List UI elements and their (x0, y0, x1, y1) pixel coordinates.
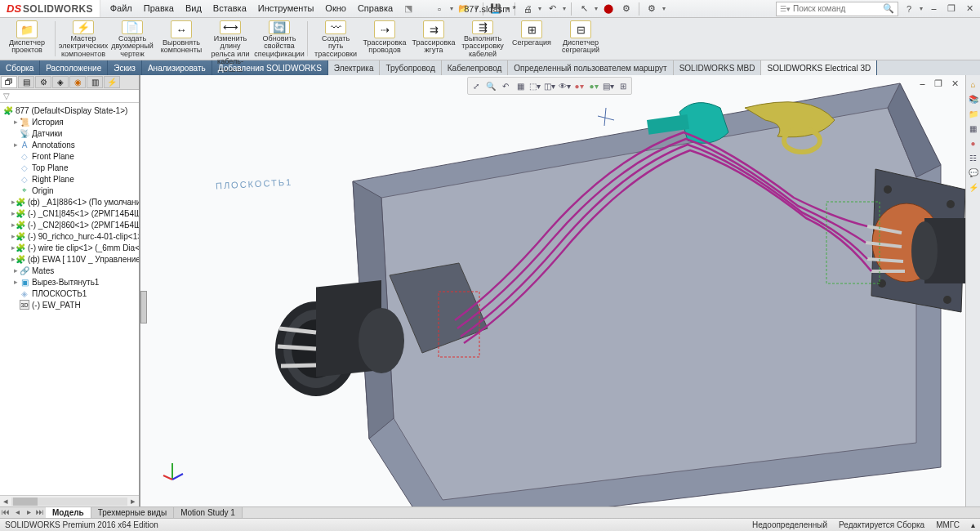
resources-icon[interactable]: ⌂ (968, 80, 979, 91)
rebuild-button[interactable]: ⬤ (601, 2, 616, 16)
scroll-left-icon[interactable]: ◂ (0, 496, 11, 506)
select-button[interactable]: ↖ (577, 2, 591, 16)
appearances-icon[interactable]: ● (968, 139, 979, 150)
print-button[interactable]: 🖨 (520, 2, 535, 16)
design-lib-icon[interactable]: 📚 (968, 95, 979, 106)
command-search[interactable]: ☰▾ 🔍 (776, 2, 898, 16)
tab-display[interactable]: ◉ (69, 76, 86, 88)
doc-minimize[interactable]: ‒ (915, 77, 929, 90)
menu-help[interactable]: Справка (353, 2, 398, 16)
ribbon-update-bom[interactable]: 🔄Обновить свойства спецификации (256, 20, 303, 58)
tree-item[interactable]: ▸📜История (0, 116, 139, 127)
tab-sketch[interactable]: Эскиз (108, 60, 142, 75)
feature-tree[interactable]: 🧩877 (Default<Display State-1>) ▸📜Истори… (0, 103, 139, 495)
tree-item[interactable]: ◇Front Plane (0, 150, 139, 162)
menu-view[interactable]: Вид (180, 2, 207, 16)
tab-piping[interactable]: Трубопровод (380, 60, 441, 75)
appearance-icon[interactable]: ●▾ (572, 79, 586, 92)
options-button[interactable]: ⚙ (619, 2, 634, 16)
tab-electrical-3d[interactable]: SOLIDWORKS Electrical 3D (761, 60, 877, 75)
tab-dimxpert[interactable]: ◈ (52, 76, 69, 88)
ribbon-rail-length[interactable]: ⟷Изменить длину рельса или кабель-канала (207, 20, 254, 58)
tab-electrical[interactable]: ⚡ (104, 76, 120, 88)
zoom-area-icon[interactable]: 🔍 (484, 79, 497, 92)
tab-model[interactable]: Модель (46, 507, 91, 518)
display-style-icon[interactable]: ◫▾ (543, 79, 556, 92)
ribbon-route-wires[interactable]: ⇢Трассировка проводов (361, 20, 408, 58)
restore-button[interactable]: ❐ (944, 2, 959, 16)
tab-drawing[interactable]: ▥ (87, 76, 103, 88)
menu-window[interactable]: Окно (320, 2, 351, 16)
tree-item[interactable]: ▸🧩(-) wire tie clip<1> (_6mm Dia<<_6m (0, 242, 139, 253)
menu-file[interactable]: Файл (105, 2, 137, 16)
tree-item[interactable]: ▸AAnnotations (0, 139, 139, 150)
ribbon-create-2d[interactable]: 📄Создать двухмерный чертеж (109, 20, 156, 58)
tree-item[interactable]: ◈ПЛОСКОСТЬ1 (0, 288, 139, 299)
doc-close[interactable]: ✕ (947, 77, 962, 90)
scene-icon[interactable]: ●▾ (587, 79, 600, 92)
minimize-button[interactable]: ‒ (926, 2, 941, 16)
tab-property[interactable]: ▤ (18, 76, 34, 88)
tab-nav-prev[interactable]: ◂ (11, 507, 23, 518)
search-icon[interactable]: 🔍 (883, 3, 894, 14)
tab-electrical[interactable]: Электрика (328, 60, 381, 75)
hide-show-icon[interactable]: 👁▾ (558, 79, 571, 92)
tab-nav-first[interactable]: ⏮ (0, 507, 11, 518)
scroll-right-icon[interactable]: ▸ (127, 496, 139, 506)
tab-tubing[interactable]: Кабелепровод (442, 60, 509, 75)
tab-user-route[interactable]: Определенный пользователем маршрут (508, 60, 673, 75)
ribbon-electrical-wizard[interactable]: ⚡Мастер электрических компонентов (60, 20, 107, 58)
tab-config[interactable]: ⚙ (35, 76, 51, 88)
tab-layout[interactable]: Расположение (40, 60, 108, 75)
tree-item[interactable]: ▸🔗Mates (0, 265, 139, 276)
tab-assembly[interactable]: Сборка (0, 60, 40, 75)
forum-icon[interactable]: 💬 (968, 168, 979, 180)
menu-edit[interactable]: Правка (139, 2, 179, 16)
help-button[interactable]: ? (902, 2, 916, 16)
menu-pin-icon[interactable]: ⬔ (399, 2, 417, 16)
tree-item[interactable]: ⌖Origin (0, 185, 139, 196)
tab-mbd[interactable]: SOLIDWORKS MBD (674, 60, 762, 75)
tab-evaluate[interactable]: Анализировать (142, 60, 212, 75)
tree-filter[interactable]: ▽ (0, 90, 139, 103)
tree-item[interactable]: ▸🧩(-) 90_richco_hurc-4-01-clip<1> (2-01 (0, 230, 139, 242)
custom-props-icon[interactable]: ☷ (968, 154, 979, 165)
tree-item[interactable]: ▸🧩(ф) EWA [ 110V _ Управление]17<2 (0, 253, 139, 265)
new-doc-button[interactable]: ▫ (432, 2, 447, 16)
tree-item[interactable]: 3D(-) EW_PATH (0, 299, 139, 310)
view-orient-icon[interactable]: ⬚▾ (528, 79, 541, 92)
prev-view-icon[interactable]: ↶ (499, 79, 512, 92)
tab-nav-next[interactable]: ▸ (23, 507, 34, 518)
tab-addins[interactable]: Добавления SOLIDWORKS (212, 60, 328, 75)
ribbon-segregation-manager[interactable]: ⊟Диспетчер сегрегаций (557, 20, 604, 58)
electrical-icon[interactable]: ⚡ (968, 183, 979, 194)
tree-item[interactable]: 📡Датчики (0, 127, 139, 139)
section-icon[interactable]: ▦ (514, 79, 527, 92)
doc-restore[interactable]: ❐ (931, 77, 946, 90)
view-triad[interactable] (160, 459, 185, 484)
file-explorer-icon[interactable]: 📁 (968, 109, 979, 121)
tab-nav-last[interactable]: ⏭ (34, 507, 46, 518)
ribbon-segregation[interactable]: ⊞Сегрегация (508, 20, 555, 58)
ribbon-route-path[interactable]: 〰Создать путь трассировки (312, 20, 359, 58)
undo-button[interactable]: ↶ (545, 2, 559, 16)
ribbon-align[interactable]: ↔Выровнять компоненты (158, 20, 205, 58)
status-units[interactable]: ММГС (936, 520, 960, 529)
tree-item[interactable]: ◇Right Plane (0, 173, 139, 185)
tab-motion-study[interactable]: Motion Study 1 (174, 507, 243, 518)
tree-item[interactable]: ▸🧩(-) _CN2|860<1> (2РМГ14Б4Ш1Е1<< (0, 219, 139, 230)
status-customize-icon[interactable]: ▴ (971, 520, 975, 529)
ribbon-project-manager[interactable]: 📁Диспетчер проектов (3, 20, 51, 58)
close-button[interactable]: ✕ (962, 2, 977, 16)
tree-item[interactable]: ▸🧩(ф) _A1|886<1> (По умолчанию<<П (0, 196, 139, 207)
zoom-fit-icon[interactable]: ⤢ (470, 79, 483, 92)
panel-scrollbar[interactable]: ◂ ▸ (0, 495, 139, 506)
graphics-viewport[interactable]: ПЛОСКОСТЬ1 (140, 75, 980, 506)
tab-3d-views[interactable]: Трехмерные виды (91, 507, 174, 518)
menu-insert[interactable]: Вставка (208, 2, 252, 16)
tree-root[interactable]: 🧩877 (Default<Display State-1>) (0, 105, 139, 116)
ribbon-route-cables[interactable]: ⇶Выполнить трассировку кабелей (459, 20, 506, 58)
model-view[interactable] (140, 75, 965, 506)
render-icon[interactable]: ▤▾ (602, 79, 615, 92)
search-drop-icon[interactable]: ☰▾ (780, 5, 791, 13)
